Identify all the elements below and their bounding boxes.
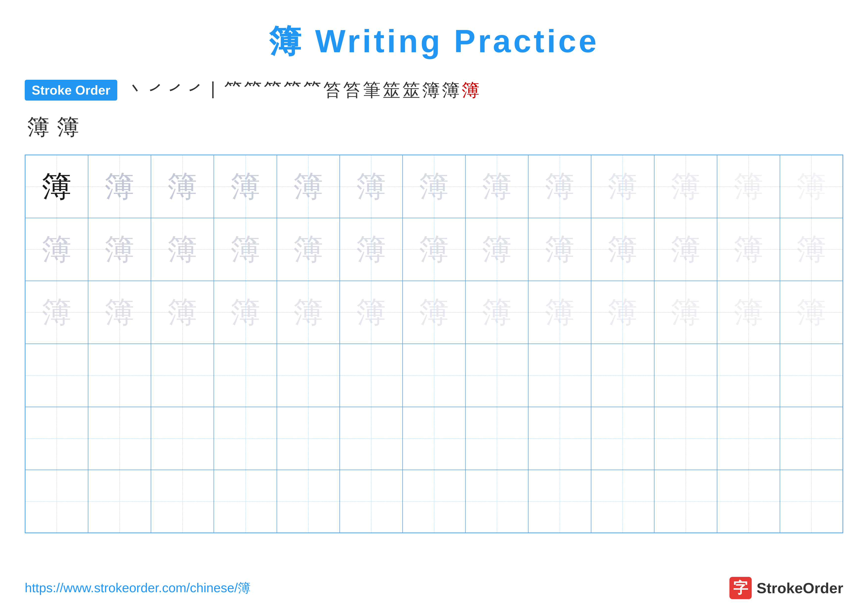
grid-cell[interactable]: 簿: [25, 281, 88, 344]
grid-cell[interactable]: [88, 470, 151, 533]
grid-cell[interactable]: [528, 470, 591, 533]
grid-cell[interactable]: [654, 407, 717, 470]
grid-cell[interactable]: 簿: [214, 218, 277, 281]
grid-cell[interactable]: [654, 344, 717, 407]
grid-cell[interactable]: [340, 407, 403, 470]
grid-cell[interactable]: 簿: [654, 281, 717, 344]
grid-cell[interactable]: [403, 344, 465, 407]
grid-cell[interactable]: 簿: [214, 155, 277, 218]
grid-cell[interactable]: 簿: [340, 218, 403, 281]
practice-char: 簿: [231, 235, 260, 264]
grid-cell[interactable]: [465, 470, 528, 533]
grid-cell[interactable]: 簿: [403, 281, 465, 344]
grid-cell[interactable]: [465, 407, 528, 470]
grid-cell[interactable]: 簿: [528, 281, 591, 344]
grid-cell[interactable]: [277, 470, 340, 533]
grid-cell[interactable]: [277, 407, 340, 470]
grid-cell[interactable]: 簿: [780, 281, 843, 344]
grid-cell[interactable]: [214, 344, 277, 407]
grid-cell[interactable]: [780, 344, 843, 407]
grid-cell[interactable]: [88, 407, 151, 470]
grid-cell[interactable]: 簿: [403, 155, 465, 218]
grid-cell[interactable]: [340, 470, 403, 533]
stroke-order-badge: Stroke Order: [25, 80, 117, 101]
grid-cell[interactable]: 簿: [591, 281, 654, 344]
grid-cell[interactable]: 簿: [654, 155, 717, 218]
grid-cell[interactable]: [717, 407, 780, 470]
practice-char: 簿: [482, 297, 512, 327]
grid-cell[interactable]: [403, 470, 465, 533]
grid-cell[interactable]: 簿: [88, 155, 151, 218]
grid-cell[interactable]: [591, 470, 654, 533]
grid-cell[interactable]: [25, 344, 88, 407]
grid-cell[interactable]: 簿: [214, 281, 277, 344]
stroke-6: ⺮: [244, 78, 262, 102]
grid-cell[interactable]: 簿: [25, 218, 88, 281]
grid-cell[interactable]: [214, 470, 277, 533]
logo-text: StrokeOrder: [756, 580, 843, 597]
grid-cell[interactable]: 簿: [465, 218, 528, 281]
grid-cell[interactable]: 簿: [25, 155, 88, 218]
stroke-10: 笞: [323, 78, 341, 102]
grid-cell[interactable]: 簿: [465, 155, 528, 218]
grid-cell[interactable]: 簿: [88, 281, 151, 344]
grid-cell[interactable]: 簿: [151, 218, 214, 281]
grid-row-3: [25, 344, 843, 407]
footer: https://www.strokeorder.com/chinese/簿 字 …: [25, 577, 843, 599]
grid-cell[interactable]: 簿: [780, 218, 843, 281]
stroke-16: 簿: [442, 78, 460, 102]
grid-cell[interactable]: 簿: [591, 218, 654, 281]
grid-cell[interactable]: 簿: [88, 218, 151, 281]
stroke-1: 丶: [127, 78, 145, 102]
grid-cell[interactable]: [25, 407, 88, 470]
grid-cell[interactable]: [214, 407, 277, 470]
grid-cell[interactable]: 簿: [780, 155, 843, 218]
grid-cell[interactable]: [277, 344, 340, 407]
grid-cell[interactable]: [780, 470, 843, 533]
grid-cell[interactable]: 簿: [340, 155, 403, 218]
grid-cell[interactable]: 簿: [277, 218, 340, 281]
grid-cell[interactable]: [654, 470, 717, 533]
stroke-15: 簿: [422, 78, 440, 102]
practice-char: 簿: [42, 172, 71, 201]
grid-cell[interactable]: 簿: [717, 281, 780, 344]
grid-cell[interactable]: [591, 407, 654, 470]
grid-cell[interactable]: [591, 344, 654, 407]
grid-cell[interactable]: [151, 407, 214, 470]
grid-cell[interactable]: [151, 470, 214, 533]
grid-cell[interactable]: 簿: [528, 218, 591, 281]
grid-cell[interactable]: 簿: [340, 281, 403, 344]
practice-char: 簿: [671, 297, 701, 327]
grid-cell[interactable]: 簿: [465, 281, 528, 344]
grid-cell[interactable]: [717, 344, 780, 407]
grid-cell[interactable]: 簿: [151, 155, 214, 218]
grid-cell[interactable]: [528, 344, 591, 407]
grid-cell[interactable]: 簿: [591, 155, 654, 218]
grid-cell[interactable]: 簿: [654, 218, 717, 281]
grid-cell[interactable]: 簿: [277, 155, 340, 218]
grid-cell[interactable]: 簿: [528, 155, 591, 218]
practice-char: 簿: [797, 297, 826, 327]
grid-cell[interactable]: [340, 344, 403, 407]
grid-row-5: [25, 470, 843, 533]
grid-cell[interactable]: [528, 407, 591, 470]
grid-cell[interactable]: [151, 344, 214, 407]
practice-char: 簿: [545, 235, 575, 264]
grid-cell[interactable]: 簿: [717, 218, 780, 281]
grid-cell[interactable]: [403, 407, 465, 470]
grid-cell[interactable]: 簿: [151, 281, 214, 344]
grid-cell[interactable]: 簿: [277, 281, 340, 344]
stroke-order-section: Stroke Order 丶 ㇒ ㇒ ㇒㇑ ⺮ ⺮ ⺮ ⺮ ⺮ 笞 笞 筆 筮 …: [25, 78, 843, 102]
grid-cell[interactable]: [780, 407, 843, 470]
grid-cell[interactable]: [25, 470, 88, 533]
practice-char: 簿: [545, 297, 575, 327]
grid-cell[interactable]: 簿: [403, 218, 465, 281]
stroke-11: 笞: [343, 78, 361, 102]
grid-cell[interactable]: [717, 470, 780, 533]
title-text: Writing Practice: [304, 23, 599, 59]
stroke-sequence: 丶 ㇒ ㇒ ㇒㇑ ⺮ ⺮ ⺮ ⺮ ⺮ 笞 笞 筆 筮 筮 簿 簿 簿: [127, 78, 479, 102]
stroke-8: ⺮: [284, 78, 301, 102]
grid-cell[interactable]: 簿: [717, 155, 780, 218]
grid-cell[interactable]: [88, 344, 151, 407]
grid-cell[interactable]: [465, 344, 528, 407]
